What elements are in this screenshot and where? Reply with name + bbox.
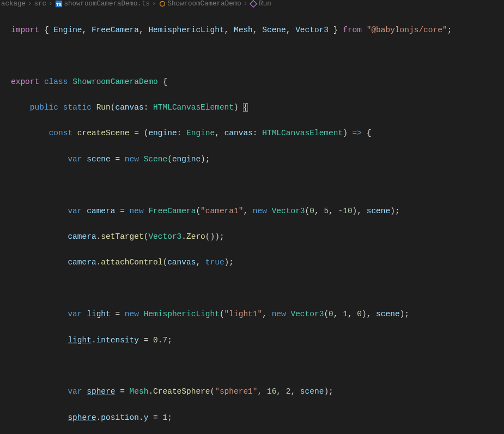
svg-point-2 <box>160 2 165 7</box>
class-icon <box>159 0 166 8</box>
chevron-right-icon: › <box>244 0 248 8</box>
chevron-right-icon: › <box>48 0 53 8</box>
breadcrumb-part[interactable]: Run <box>259 0 271 8</box>
code-line[interactable]: var sphere = Mesh.CreateSphere("sphere1"… <box>11 385 504 399</box>
code-line[interactable] <box>11 50 504 63</box>
code-line[interactable]: var camera = new FreeCamera("camera1", n… <box>11 205 504 218</box>
code-line[interactable]: import { Engine, FreeCamera, Hemispheric… <box>11 24 504 37</box>
code-editor[interactable]: import { Engine, FreeCamera, Hemispheric… <box>0 8 504 434</box>
code-line[interactable]: const createScene = (engine: Engine, can… <box>11 127 504 140</box>
bracket-match-open: { <box>243 103 248 112</box>
breadcrumb-part[interactable]: showroomCameraDemo.ts <box>64 0 150 8</box>
chevron-right-icon: › <box>28 0 32 8</box>
breadcrumb-part[interactable]: src <box>34 0 47 8</box>
code-line[interactable]: var scene = new Scene(engine); <box>11 153 504 166</box>
code-line[interactable]: public static Run(canvas: HTMLCanvasElem… <box>11 101 504 114</box>
method-icon <box>250 0 257 8</box>
breadcrumb-part[interactable]: ShowroomCameraDemo <box>168 0 241 8</box>
code-line[interactable] <box>11 282 504 296</box>
typescript-file-icon: TS <box>55 0 63 8</box>
code-line[interactable]: camera.setTarget(Vector3.Zero()); <box>11 231 504 244</box>
code-line[interactable]: camera.attachControl(canvas, true); <box>11 256 504 269</box>
breadcrumb-part[interactable]: ackage <box>1 0 26 8</box>
code-line[interactable]: light.intensity = 0.7; <box>11 334 504 347</box>
svg-text:TS: TS <box>56 2 62 7</box>
breadcrumb[interactable]: ackage › src › TS showroomCameraDemo.ts … <box>0 0 504 8</box>
code-line[interactable]: export class ShowroomCameraDemo { <box>11 76 504 89</box>
code-line[interactable]: var light = new HemisphericLight("light1… <box>11 308 504 321</box>
code-line[interactable] <box>11 179 504 192</box>
svg-rect-3 <box>250 1 257 7</box>
code-line[interactable] <box>11 360 504 373</box>
chevron-right-icon: › <box>152 0 156 8</box>
code-line[interactable]: sphere.position.y = 1; <box>11 412 504 425</box>
